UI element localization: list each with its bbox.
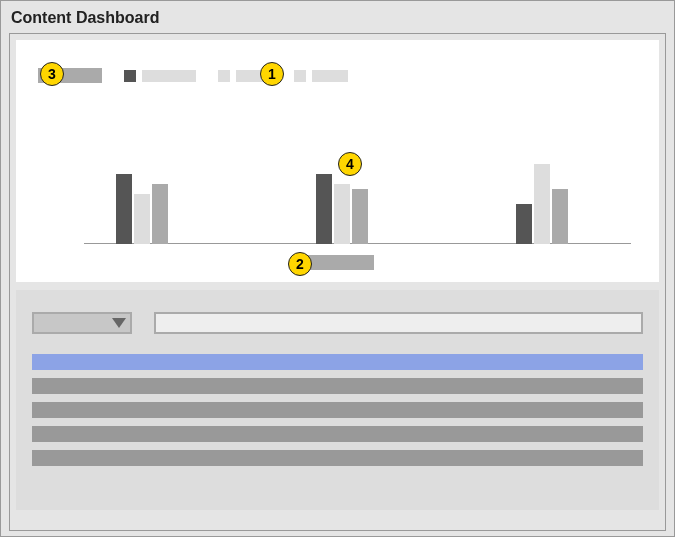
bar-group-1	[116, 174, 168, 244]
filter-row	[32, 312, 643, 334]
legend-swatch-3	[218, 70, 230, 82]
annotation-1: 1	[260, 62, 284, 86]
chart-legend	[38, 68, 364, 83]
legend-label-2	[142, 70, 196, 82]
content-area: 1 2 3 4	[9, 33, 666, 531]
annotation-2: 2	[288, 252, 312, 276]
search-input[interactable]	[154, 312, 643, 334]
list-item[interactable]	[32, 402, 643, 418]
bar-g3-s3[interactable]	[552, 189, 568, 244]
bar-g1-s1[interactable]	[116, 174, 132, 244]
list-item[interactable]	[32, 426, 643, 442]
legend-label-4	[312, 70, 348, 82]
results-list	[32, 354, 643, 466]
legend-swatch-2	[124, 70, 136, 82]
app-frame: Content Dashboard	[0, 0, 675, 537]
legend-item-4[interactable]	[294, 70, 348, 82]
filter-dropdown[interactable]	[32, 312, 132, 334]
page-title: Content Dashboard	[1, 1, 674, 33]
bar-g3-s2[interactable]	[534, 164, 550, 244]
bar-g2-s2[interactable]	[334, 184, 350, 244]
annotation-4: 4	[338, 152, 362, 176]
legend-item-2[interactable]	[124, 70, 196, 82]
bar-g1-s2[interactable]	[134, 194, 150, 244]
list-item[interactable]	[32, 378, 643, 394]
chevron-down-icon	[112, 318, 126, 328]
bar-g2-s1[interactable]	[316, 174, 332, 244]
annotation-3: 3	[40, 62, 64, 86]
list-item[interactable]	[32, 354, 643, 370]
bar-group-2	[316, 174, 368, 244]
filter-card	[16, 290, 659, 510]
chart-card: 1 2 3 4	[16, 40, 659, 282]
x-axis-label	[302, 255, 374, 270]
list-item[interactable]	[32, 450, 643, 466]
bar-g3-s1[interactable]	[516, 204, 532, 244]
bar-group-3	[516, 164, 568, 244]
legend-swatch-4	[294, 70, 306, 82]
legend-label-1	[60, 68, 102, 83]
bar-g1-s3[interactable]	[152, 184, 168, 244]
bar-g2-s3[interactable]	[352, 189, 368, 244]
